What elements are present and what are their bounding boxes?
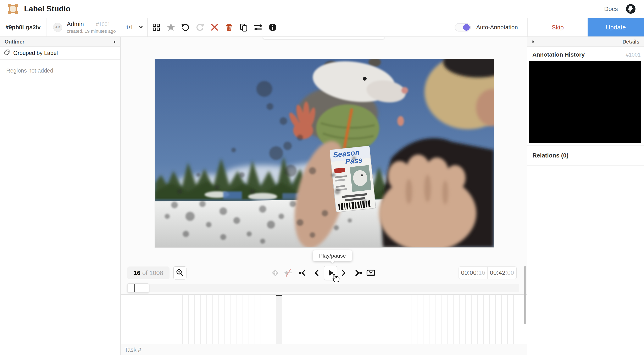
vertical-scrollbar[interactable] bbox=[524, 266, 526, 324]
timeline-playhead-tick[interactable] bbox=[276, 295, 282, 296]
grouped-by-label[interactable]: Grouped by Label bbox=[0, 47, 120, 60]
expand-right-icon[interactable] bbox=[532, 39, 535, 45]
keyframe-interpolation-icon bbox=[284, 268, 293, 277]
annotation-history-id: #1001 bbox=[626, 52, 641, 58]
frame-counter[interactable]: 16 of 1008 bbox=[127, 266, 170, 279]
prev-keyframe-button[interactable] bbox=[298, 266, 307, 280]
timecodes: 00:00:16 00:42:00 bbox=[458, 266, 516, 279]
frame-separator: of bbox=[142, 269, 148, 276]
next-frame-icon bbox=[340, 268, 348, 277]
play-pause-tooltip: Play/pause bbox=[313, 250, 352, 261]
delete-button[interactable] bbox=[224, 22, 234, 32]
zoom-in-button[interactable] bbox=[173, 266, 186, 280]
seek-row bbox=[121, 282, 527, 294]
header-right: Docs bbox=[604, 4, 636, 14]
keyframe-add-button[interactable] bbox=[271, 266, 280, 280]
app-title: Label Studio bbox=[24, 4, 70, 13]
app-header: Label Studio Docs bbox=[0, 0, 644, 18]
update-button[interactable]: Update bbox=[588, 18, 644, 36]
undo-button[interactable] bbox=[180, 22, 190, 32]
annotation-canvas-area: Season Pass bbox=[121, 37, 527, 355]
prev-frame-icon bbox=[312, 268, 320, 277]
video-stage: Season Pass bbox=[121, 37, 527, 265]
task-id: #9pb8Lgs2iv bbox=[0, 18, 46, 36]
player-controls: 16 of 1008 bbox=[121, 265, 527, 282]
outliner-title: Outliner bbox=[4, 39, 24, 45]
play-button[interactable] bbox=[324, 266, 337, 280]
delete-icon bbox=[225, 23, 233, 31]
redo-button[interactable] bbox=[195, 22, 205, 32]
tooltip-text: Play/pause bbox=[319, 253, 346, 259]
annotation-menu-bar: #9pb8Lgs2iv AD Admin #1001 created, 19 m… bbox=[0, 18, 644, 37]
auto-annotation-wrap: Auto-Annotation bbox=[454, 18, 528, 36]
timeline-task-row: Task # bbox=[121, 344, 527, 355]
details-panel: Details Annotation History #1001 Relatio… bbox=[527, 37, 644, 355]
grid-view-icon bbox=[152, 23, 160, 31]
redo-icon bbox=[196, 23, 204, 32]
annotation-meta-cell: AD Admin #1001 created, 19 minutes ago 1… bbox=[46, 18, 148, 36]
settings-button[interactable] bbox=[253, 22, 263, 32]
frame-current: 16 bbox=[134, 269, 140, 276]
annotation-pager[interactable]: 1/1 bbox=[126, 24, 144, 31]
annotator-meta: Admin #1001 created, 19 minutes ago bbox=[67, 21, 116, 33]
info-button[interactable] bbox=[268, 22, 278, 32]
star-button[interactable] bbox=[166, 22, 176, 32]
chevron-down-icon bbox=[138, 24, 144, 30]
reject-icon bbox=[210, 23, 218, 31]
details-header: Details bbox=[528, 37, 644, 47]
github-icon[interactable] bbox=[626, 4, 636, 14]
outliner-header: Outliner bbox=[0, 37, 120, 47]
frame-total: 1008 bbox=[150, 269, 163, 276]
info-icon bbox=[268, 23, 277, 31]
keyframe-interpolation-button[interactable] bbox=[284, 266, 293, 280]
timeline-grid bbox=[182, 295, 519, 344]
workspace: Outliner Grouped by Label Regions not ad… bbox=[0, 37, 644, 355]
position-frames: :16 bbox=[476, 269, 485, 276]
grouping-label: Grouped by Label bbox=[13, 50, 58, 56]
label-studio-app: Label Studio Docs #9pb8Lgs2iv AD Admin #… bbox=[0, 0, 644, 356]
prev-frame-button[interactable] bbox=[312, 266, 321, 280]
annotation-id: #1001 bbox=[96, 22, 110, 27]
tag-icon bbox=[4, 49, 10, 57]
duplicate-icon bbox=[240, 23, 248, 31]
docs-link[interactable]: Docs bbox=[604, 5, 618, 12]
settings-icon bbox=[254, 23, 262, 31]
reject-button[interactable] bbox=[210, 22, 220, 32]
undo-icon bbox=[181, 23, 190, 32]
task-label: Task # bbox=[124, 347, 141, 353]
auto-annotation-toggle[interactable] bbox=[454, 23, 471, 31]
annotation-created: created, 19 minutes ago bbox=[67, 29, 116, 33]
collapse-timeline-icon bbox=[366, 268, 375, 277]
relations-title: Relations (0) bbox=[532, 152, 568, 159]
annotation-history-content bbox=[529, 61, 641, 143]
seek-viewport[interactable] bbox=[127, 283, 149, 293]
seek-track[interactable] bbox=[127, 284, 519, 292]
next-keyframe-button[interactable] bbox=[354, 266, 363, 280]
annotation-history-head: Annotation History #1001 bbox=[528, 47, 644, 61]
next-frame-button[interactable] bbox=[339, 266, 348, 280]
grid-view-button[interactable] bbox=[152, 22, 162, 32]
avatar: AD bbox=[53, 23, 62, 32]
skip-button[interactable]: Skip bbox=[528, 18, 588, 36]
outliner-panel: Outliner Grouped by Label Regions not ad… bbox=[0, 37, 121, 355]
seek-playhead[interactable] bbox=[134, 284, 135, 292]
position-timecode: 00:00:16 bbox=[459, 267, 488, 279]
duration-frames: :00 bbox=[506, 269, 514, 276]
video-canvas[interactable]: Season Pass bbox=[155, 59, 494, 247]
collapse-timeline-button[interactable] bbox=[366, 266, 375, 280]
next-keyframe-icon bbox=[354, 268, 362, 277]
duplicate-button[interactable] bbox=[238, 22, 248, 32]
keyframe-add-icon bbox=[271, 268, 280, 277]
position-time: 00:00 bbox=[461, 269, 476, 276]
zoom-in-icon bbox=[176, 269, 184, 277]
duration-time: 00:42 bbox=[490, 269, 506, 276]
annotation-history-title: Annotation History bbox=[532, 51, 585, 58]
duration-timecode: 00:42:00 bbox=[488, 267, 516, 279]
top-peek-bar[interactable] bbox=[263, 37, 384, 39]
timeline[interactable] bbox=[121, 294, 527, 344]
annotation-toolbar bbox=[148, 18, 278, 36]
relations-section: Relations (0) bbox=[528, 146, 644, 166]
annotator-name: Admin bbox=[67, 21, 84, 27]
brand: Label Studio bbox=[8, 3, 70, 14]
collapse-left-icon[interactable] bbox=[113, 39, 116, 45]
